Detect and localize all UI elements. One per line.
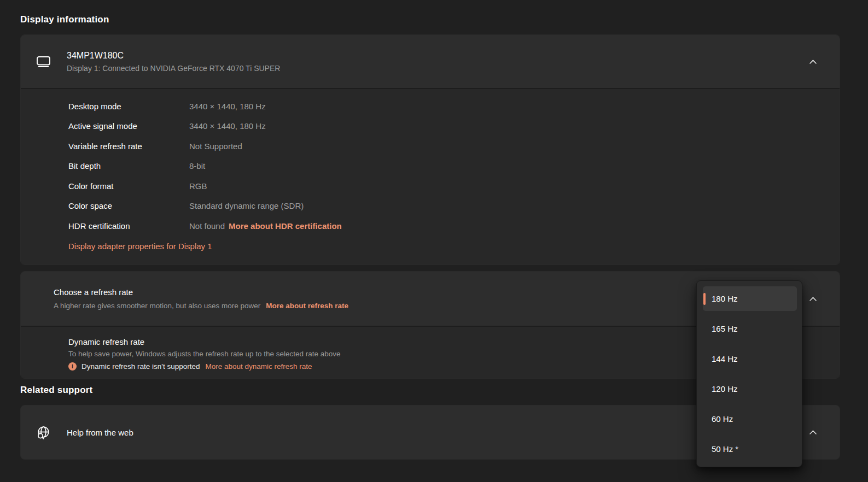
detail-label: Color format xyxy=(68,181,189,191)
detail-label: Desktop mode xyxy=(68,102,189,111)
detail-value: Standard dynamic range (SDR) xyxy=(189,201,304,210)
refresh-rate-description: A higher rate gives smoother motion, but… xyxy=(54,302,679,310)
monitor-icon xyxy=(36,55,58,68)
dropdown-option-50hz[interactable]: 50 Hz * xyxy=(703,437,797,461)
dropdown-option-label: 144 Hz xyxy=(712,354,738,363)
detail-row-variable-refresh-rate: Variable refresh rate Not Supported xyxy=(68,136,824,156)
detail-value: Not found xyxy=(189,221,225,231)
detail-value: 8-bit xyxy=(189,161,205,171)
display-model-name: 34MP1W180C xyxy=(67,51,805,61)
dropdown-option-label: 120 Hz xyxy=(712,384,738,393)
display-info-header[interactable]: 34MP1W180C Display 1: Connected to NVIDI… xyxy=(21,35,840,89)
more-about-hdr-certification-link[interactable]: More about HDR certification xyxy=(229,221,342,231)
refresh-rate-collapse-button[interactable] xyxy=(805,291,821,307)
display-connection-info: Display 1: Connected to NVIDIA GeForce R… xyxy=(67,64,805,73)
detail-row-desktop-mode: Desktop mode 3440 × 1440, 180 Hz xyxy=(68,96,824,116)
detail-label: Color space xyxy=(68,201,189,210)
detail-row-color-format: Color format RGB xyxy=(68,176,824,196)
help-from-web-title: Help from the web xyxy=(67,428,805,437)
display-header-text: 34MP1W180C Display 1: Connected to NVIDI… xyxy=(67,51,805,73)
detail-label: HDR certification xyxy=(68,221,189,231)
dropdown-option-120hz[interactable]: 120 Hz xyxy=(703,377,797,401)
detail-label: Variable refresh rate xyxy=(68,142,189,151)
detail-value: 3440 × 1440, 180 Hz xyxy=(189,102,266,111)
detail-label: Active signal mode xyxy=(68,121,189,131)
detail-value: 3440 × 1440, 180 Hz xyxy=(189,121,266,131)
display-info-expander: 34MP1W180C Display 1: Connected to NVIDI… xyxy=(20,34,840,265)
dynamic-refresh-rate-status-text: Dynamic refresh rate isn't supported xyxy=(81,362,200,371)
selected-option-indicator xyxy=(703,293,706,305)
chevron-up-icon xyxy=(809,430,817,434)
refresh-rate-description-text: A higher rate gives smoother motion, but… xyxy=(54,302,260,310)
refresh-rate-text: Choose a refresh rate A higher rate give… xyxy=(54,287,679,310)
dropdown-option-180hz[interactable]: 180 Hz xyxy=(703,286,797,311)
help-from-web-collapse-button[interactable] xyxy=(805,424,821,440)
chevron-up-icon xyxy=(809,297,817,301)
dropdown-option-label: 165 Hz xyxy=(712,324,738,333)
dropdown-option-60hz[interactable]: 60 Hz xyxy=(703,407,797,431)
refresh-rate-title: Choose a refresh rate xyxy=(54,287,679,297)
more-about-refresh-rate-link[interactable]: More about refresh rate xyxy=(266,302,348,310)
info-icon: i xyxy=(68,362,77,371)
detail-row-hdr-certification: HDR certification Not found More about H… xyxy=(68,216,824,236)
detail-row-active-signal-mode: Active signal mode 3440 × 1440, 180 Hz xyxy=(68,116,824,137)
display-information-heading: Display information xyxy=(20,14,840,25)
display-info-collapse-button[interactable] xyxy=(805,54,821,70)
dropdown-option-144hz[interactable]: 144 Hz xyxy=(703,346,797,371)
detail-value: Not Supported xyxy=(189,142,242,151)
globe-search-icon xyxy=(36,425,58,440)
dropdown-option-label: 60 Hz xyxy=(712,414,733,424)
dropdown-option-label: 50 Hz * xyxy=(712,444,738,454)
display-adapter-properties-link[interactable]: Display adapter properties for Display 1 xyxy=(68,237,212,257)
detail-value: RGB xyxy=(189,181,207,191)
detail-row-color-space: Color space Standard dynamic range (SDR) xyxy=(68,196,824,216)
more-about-dynamic-refresh-rate-link[interactable]: More about dynamic refresh rate xyxy=(205,362,312,371)
chevron-up-icon xyxy=(809,60,817,64)
refresh-rate-dropdown-flyout: 180 Hz 165 Hz 144 Hz 120 Hz 60 Hz 50 Hz … xyxy=(696,280,802,467)
display-info-details: Desktop mode 3440 × 1440, 180 Hz Active … xyxy=(21,89,840,264)
detail-row-bit-depth: Bit depth 8-bit xyxy=(68,156,824,177)
dropdown-option-label: 180 Hz xyxy=(712,294,738,303)
detail-label: Bit depth xyxy=(68,161,189,171)
dropdown-option-165hz[interactable]: 165 Hz xyxy=(703,316,797,341)
